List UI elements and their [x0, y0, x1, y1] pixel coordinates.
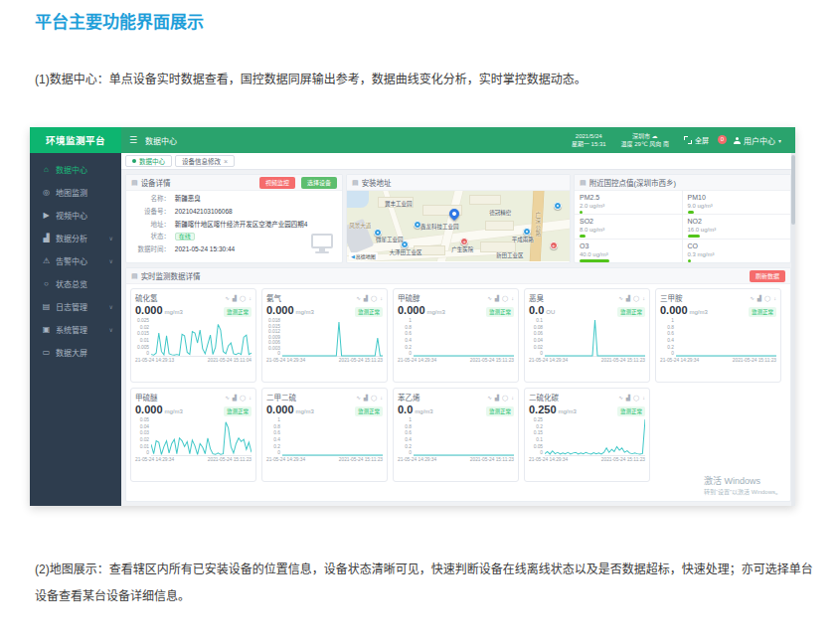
sidebar-item-data-center[interactable]: ⌂ 数据中心: [30, 158, 121, 181]
download-icon[interactable]: ↓: [642, 295, 645, 301]
sidebar-item-status-overview[interactable]: ○ 状态总览: [30, 272, 121, 295]
sidebar-item-label: 地图监测: [56, 187, 87, 198]
download-icon[interactable]: ↓: [511, 295, 514, 301]
bar-chart-icon[interactable]: ▟: [364, 295, 368, 301]
map-marker-blue[interactable]: [523, 228, 531, 236]
monitor-status-badge[interactable]: 监测正常: [486, 406, 514, 416]
fullscreen-button[interactable]: 全屏: [684, 135, 709, 145]
refresh-icon[interactable]: ◯: [240, 395, 246, 401]
refresh-icon[interactable]: ◯: [633, 395, 639, 401]
line-chart-icon[interactable]: ∿: [225, 395, 230, 401]
video-monitor-button[interactable]: 视频监控: [259, 177, 295, 189]
download-icon[interactable]: ↓: [642, 395, 645, 401]
map-canvas[interactable]: + + 翼丰工业园 鑫龙科技工业园 德冠精密 微星工业园 大泽田工业区 广生医院…: [347, 191, 570, 261]
realtime-data-panel: ▤ 实时监测数据详情 刷新数据 硫化氢∿▟◯↓0.000mg/m3监测正常0.0…: [125, 267, 791, 502]
line-chart-icon[interactable]: ∿: [618, 395, 623, 401]
bar-chart-icon[interactable]: ▟: [626, 395, 630, 401]
line-chart-icon[interactable]: ∿: [356, 395, 361, 401]
sidebar-item-alarm-center[interactable]: ⚠ 告警中心 ∨: [30, 249, 121, 272]
bar-chart-icon[interactable]: ▟: [233, 295, 237, 301]
user-menu[interactable]: 用户中心 ▾: [734, 135, 781, 146]
monitor-status-badge[interactable]: 监测正常: [486, 307, 514, 317]
metric-pm10: PM10 9.0 ug/m³: [683, 191, 791, 215]
tab-device-edit[interactable]: 设备信息修改 ×: [175, 155, 235, 167]
refresh-icon[interactable]: ◯: [371, 395, 377, 401]
chart-card: 二硫化碳∿▟◯↓0.250mg/m3监测正常0.250.20.150.10.05…: [524, 388, 650, 482]
refresh-icon[interactable]: ◯: [371, 295, 377, 301]
hamburger-icon[interactable]: ☰: [129, 135, 137, 145]
line-chart-icon[interactable]: ∿: [750, 295, 755, 301]
refresh-icon[interactable]: ◯: [764, 295, 770, 301]
realtime-panel-header: ▤ 实时监测数据详情 刷新数据: [126, 268, 790, 284]
bar-chart-icon[interactable]: ▟: [233, 395, 237, 401]
sidebar-item-label: 数据中心: [56, 164, 87, 175]
download-icon[interactable]: ↓: [380, 295, 383, 301]
download-icon[interactable]: ↓: [380, 395, 383, 401]
line-chart-icon[interactable]: ∿: [618, 295, 623, 301]
download-icon[interactable]: ↓: [511, 395, 514, 401]
sidebar-item-label: 数据大屏: [56, 347, 87, 358]
bar-chart-icon[interactable]: ▟: [364, 395, 368, 401]
app-screenshot: 环境监测平台 ☰ 数据中心 2021/5/24 星期一 15:31 深圳市 ☁ …: [30, 127, 795, 506]
chart-title: 甲硫醚: [135, 392, 158, 402]
field-value: 新疆恶臭: [175, 195, 201, 202]
map-marker-red[interactable]: +: [550, 242, 558, 249]
sidebar-item-data-analysis[interactable]: ▟ 数据分析 ∨: [30, 227, 121, 249]
bar-chart-icon[interactable]: ▟: [757, 295, 761, 301]
refresh-data-button[interactable]: 刷新数据: [750, 270, 785, 282]
chart-plot: [545, 418, 645, 456]
line-chart-icon[interactable]: ∿: [225, 295, 230, 301]
scrollbar-thumb[interactable]: [791, 155, 795, 225]
monitor-status-badge[interactable]: 监测正常: [617, 406, 645, 416]
monitor-status-badge[interactable]: 监测正常: [355, 307, 383, 317]
video-icon: ▶: [42, 211, 51, 220]
notification-badge[interactable]: 0: [718, 135, 727, 144]
monitor-status-badge[interactable]: 监测正常: [617, 307, 645, 317]
chart-unit: mg/m3: [559, 408, 577, 414]
map-marker-blue[interactable]: [554, 202, 562, 210]
line-chart-icon[interactable]: ∿: [487, 395, 492, 401]
refresh-icon[interactable]: ◯: [502, 295, 508, 301]
bar-chart-icon[interactable]: ▟: [495, 395, 499, 401]
chart-card: 甲硫醚∿▟◯↓0.000mg/m3监测正常0.050.040.030.020.0…: [130, 388, 256, 482]
download-icon[interactable]: ↓: [249, 295, 252, 301]
download-icon[interactable]: ↓: [773, 295, 776, 301]
scrollbar: [791, 153, 795, 506]
bar-chart-icon[interactable]: ▟: [626, 295, 630, 301]
tab-data-center[interactable]: 数据中心: [125, 155, 172, 167]
sidebar-item-system-management[interactable]: ▣ 系统管理 ∨: [30, 318, 121, 341]
monitor-status-badge[interactable]: 监测正常: [749, 307, 776, 317]
sidebar-item-label: 告警中心: [56, 255, 87, 266]
map-icon: ◎: [42, 188, 51, 197]
map-marker-hospital[interactable]: +: [460, 238, 468, 245]
y-axis: 10.80.60.40.20: [266, 418, 282, 456]
chart-value: 0.250: [529, 403, 557, 415]
chart-title: 二硫化碳: [529, 392, 559, 402]
close-icon[interactable]: ×: [224, 158, 228, 165]
refresh-icon[interactable]: ◯: [502, 395, 508, 401]
chart-card: 甲硫醇∿▟◯↓0.000mg/m3监测正常10.80.60.40.2021-05…: [393, 288, 519, 383]
field-value: 2021-05-24 15:30:44: [175, 245, 235, 252]
sidebar-item-video-center[interactable]: ▶ 视频中心: [30, 204, 121, 227]
line-chart-icon[interactable]: ∿: [356, 295, 361, 301]
sidebar-item-log-management[interactable]: ▤ 日志管理 ∨: [30, 295, 121, 318]
app-logo: 环境监测平台: [30, 127, 121, 153]
monitor-status-badge[interactable]: 监测正常: [224, 307, 252, 317]
chart-unit: mg/m3: [165, 309, 183, 315]
sidebar-item-map-monitor[interactable]: ◎ 地图监测: [30, 181, 121, 204]
monitor-status-badge[interactable]: 监测正常: [224, 406, 252, 416]
metric-bar: [580, 259, 609, 262]
device-field-address: 地址： 新疆喀什地区喀什经济开发区空港产业园四期4: [132, 219, 336, 232]
refresh-icon[interactable]: ◯: [240, 295, 246, 301]
select-device-button[interactable]: 选择设备: [301, 177, 337, 189]
header-weather: 深圳市 ☁ 温度 29℃ 风向 南: [621, 132, 669, 148]
sidebar-item-data-screen[interactable]: ▭ 数据大屏: [30, 341, 121, 364]
bar-chart-icon[interactable]: ▟: [495, 295, 499, 301]
monitor-status-badge[interactable]: 监测正常: [355, 406, 383, 416]
refresh-icon[interactable]: ◯: [633, 295, 639, 301]
chart-value: 0.000: [398, 304, 425, 316]
line-chart-icon[interactable]: ∿: [487, 295, 492, 301]
download-icon[interactable]: ↓: [249, 395, 252, 401]
panel-title: 实时监测数据详情: [141, 270, 201, 281]
metric-bar: [688, 259, 691, 262]
